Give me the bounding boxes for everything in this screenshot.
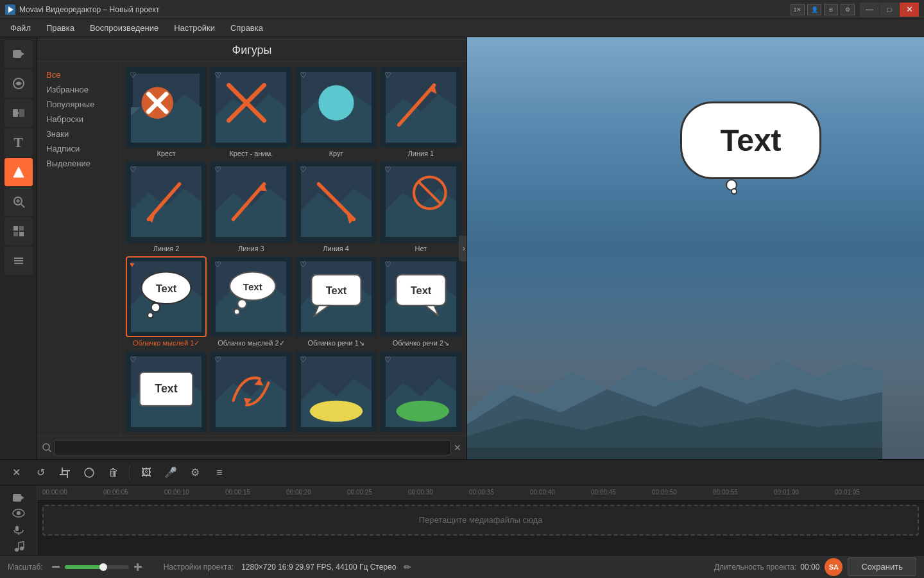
shape-circle[interactable]: ♡ Круг [296, 67, 377, 157]
redo-button[interactable]: ↺ [30, 463, 51, 482]
sidebar-icon-transitions[interactable] [4, 99, 33, 127]
ruler-mark-4: 00:00:20 [286, 489, 347, 496]
svg-rect-93 [467, 448, 882, 459]
scale-control[interactable] [51, 562, 143, 572]
favorite-icon-thought1[interactable]: ♥ [130, 260, 134, 269]
favorite-icon-line2[interactable]: ♡ [130, 165, 137, 174]
favorite-icon-speech2[interactable]: ♡ [384, 260, 391, 269]
menu-playback[interactable]: Воспроизведение [82, 21, 166, 35]
toolbar-icon-3[interactable]: B [824, 4, 838, 15]
media-button[interactable]: 🖼 [135, 463, 157, 482]
shape-line2[interactable]: ♡ Линия 2 [126, 161, 207, 252]
timeline-audio-icon[interactable] [12, 521, 26, 539]
sidebar-icon-effects[interactable] [4, 69, 33, 98]
crop-button[interactable] [54, 463, 76, 482]
ruler-mark-2: 00:00:10 [164, 489, 225, 496]
menu-settings[interactable]: Настройки [166, 21, 223, 35]
ruler-mark-1: 00:00:05 [103, 489, 164, 496]
shape-text-bubble[interactable]: ♡ Text [126, 351, 207, 434]
minimize-button[interactable]: — [860, 3, 879, 17]
svg-point-31 [318, 85, 354, 121]
audio-button[interactable]: 🎤 [160, 463, 182, 482]
search-input[interactable] [54, 440, 451, 455]
svg-point-62 [234, 309, 239, 314]
shape-none[interactable]: ♡ Нет [381, 161, 461, 252]
scale-thumb[interactable] [99, 563, 107, 571]
toolbar-icon-4[interactable]: ⚙ [841, 4, 855, 15]
scale-max-icon [133, 562, 143, 572]
toolbar-icon-1[interactable]: 1✕ [791, 4, 805, 15]
shape-line1[interactable]: ♡ Линия 1 [381, 67, 461, 157]
category-sketches[interactable]: Наброски [42, 112, 115, 126]
shape-cross[interactable]: ♡ [126, 67, 207, 157]
category-favorites[interactable]: Избранное [42, 83, 115, 96]
shape-thought2[interactable]: ♡ Text Облачко мыслей 2✓ [210, 256, 291, 347]
favorite-icon-cross[interactable]: ♡ [130, 71, 137, 80]
edit-settings-icon[interactable]: ✏ [404, 562, 411, 572]
category-all[interactable]: Все [42, 68, 115, 82]
drop-zone[interactable]: Перетащите медиафайлы сюда [42, 505, 919, 536]
sidebar-icon-video[interactable] [4, 40, 33, 68]
settings-button[interactable]: ⚙ [184, 463, 206, 482]
favorite-icon-thought2[interactable]: ♡ [214, 260, 221, 269]
menu-file[interactable]: Файл [3, 21, 38, 35]
timeline-video-icon[interactable] [12, 491, 26, 508]
filter-button[interactable]: ≡ [209, 463, 230, 482]
category-signs[interactable]: Знаки [42, 127, 115, 141]
svg-rect-110 [137, 563, 139, 571]
color-button[interactable] [78, 463, 100, 482]
duration-row: Длительность проекта: 00:00 [714, 563, 819, 572]
close-button[interactable]: ✕ [900, 3, 919, 17]
shape-thumb-cross-anim: ♡ [210, 67, 291, 148]
scale-min-icon [51, 562, 61, 572]
favorite-icon-circle[interactable]: ♡ [300, 71, 307, 80]
settings-label: Настройки проекта: [164, 563, 234, 572]
timeline-eye-icon[interactable] [12, 508, 26, 521]
timeline-music-icon[interactable] [12, 539, 26, 556]
toolbar-icon-2[interactable]: 👤 [807, 4, 821, 15]
menu-edit[interactable]: Правка [38, 21, 82, 35]
sidebar-icon-mosaic[interactable] [4, 217, 33, 245]
favorite-icon-line4[interactable]: ♡ [300, 165, 307, 174]
user-avatar[interactable]: SA [825, 558, 843, 576]
shapes-grid: ♡ [126, 67, 461, 434]
shape-line3[interactable]: ♡ Линия 3 [210, 161, 291, 252]
shape-speech2[interactable]: ♡ Text Облачко речи 2↘ [381, 256, 461, 347]
shapes-grid-area[interactable]: ♡ [121, 62, 466, 435]
sidebar-icon-zoom[interactable] [4, 188, 33, 216]
scale-track[interactable] [65, 565, 129, 569]
duration-label: Длительность проекта: [714, 563, 796, 572]
menu-help[interactable]: Справка [223, 21, 271, 35]
shape-cross-anim[interactable]: ♡ Крест - аним. [210, 67, 291, 157]
favorite-icon-anim2[interactable]: ♡ [214, 355, 221, 364]
category-selection[interactable]: Выделение [42, 157, 115, 170]
shape-anim2[interactable]: ♡ [210, 351, 291, 434]
shape-label-line1: Линия 1 [381, 150, 461, 157]
svg-marker-100 [21, 496, 24, 500]
favorite-icon-green[interactable]: ♡ [384, 355, 391, 364]
maximize-button[interactable]: □ [880, 3, 899, 17]
search-clear-button[interactable]: ✕ [454, 442, 461, 453]
shape-line4[interactable]: ♡ Линия 4 [296, 161, 377, 252]
favorite-icon-line3[interactable]: ♡ [214, 165, 221, 174]
shape-green[interactable]: ♡ [381, 351, 461, 434]
favorite-icon-none[interactable]: ♡ [384, 165, 391, 174]
save-button[interactable]: Сохранить [848, 557, 916, 576]
trash-button[interactable]: 🗑 [103, 463, 124, 482]
favorite-icon-yellow[interactable]: ♡ [300, 355, 307, 364]
shape-yellow[interactable]: ♡ [296, 351, 377, 434]
favorite-icon-line1[interactable]: ♡ [384, 71, 391, 80]
category-popular[interactable]: Популярные [42, 98, 115, 111]
shape-speech1[interactable]: ♡ Text Облачко речи 1↘ [296, 256, 377, 347]
ruler-mark-0: 00:00:00 [42, 489, 103, 496]
sidebar-icon-shapes[interactable] [4, 158, 33, 186]
favorite-icon-speech1[interactable]: ♡ [300, 260, 307, 269]
sidebar-icon-list[interactable] [4, 247, 33, 275]
shape-thought1[interactable]: ♥ Text Облачко мыслей 1✓ [126, 256, 207, 347]
sidebar-icon-text[interactable]: T [4, 128, 33, 157]
category-captions[interactable]: Надписи [42, 142, 115, 155]
favorite-icon-text-bubble[interactable]: ♡ [130, 355, 137, 364]
scroll-arrow[interactable]: › [459, 236, 466, 261]
favorite-icon-cross-anim[interactable]: ♡ [214, 71, 221, 80]
delete-button[interactable]: ✕ [5, 463, 27, 482]
